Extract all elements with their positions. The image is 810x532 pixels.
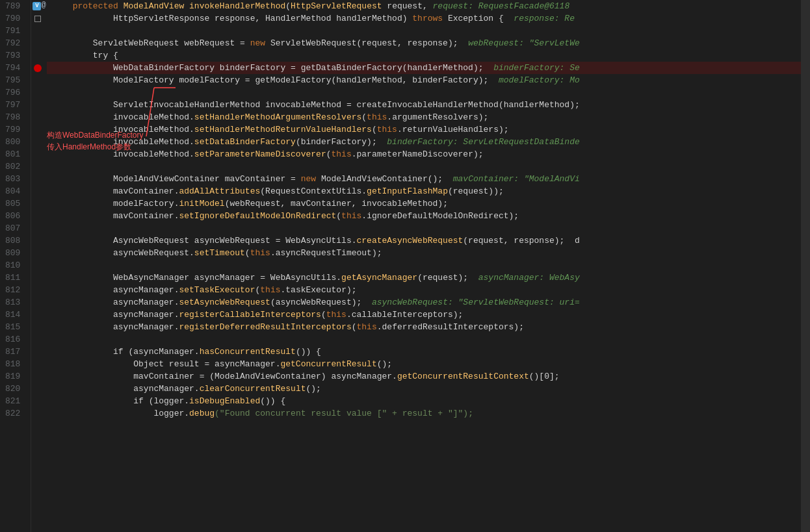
- token: initModel: [179, 199, 224, 209]
- token: AsyncWebRequest asyncWebRequest = WebAsy…: [52, 236, 356, 246]
- token: asyncWebRequest.: [52, 248, 194, 258]
- token: isDebugEnabled: [189, 396, 260, 406]
- token: invocableMethod.: [52, 112, 194, 122]
- line-number: 797: [3, 99, 25, 111]
- token: WebAsyncManager asyncManager = WebAsyncU…: [52, 273, 341, 283]
- code-line: ModelAndViewContainer mavContainer = new…: [47, 173, 801, 185]
- token: getConcurrentResultContext: [397, 372, 529, 381]
- token: setIgnoreDefaultModelOnRedirect: [179, 211, 336, 221]
- line-number: 794: [3, 62, 25, 74]
- token: if (logger.: [52, 396, 189, 406]
- token: Exception {: [448, 14, 514, 23]
- token: .taskExecutor);: [281, 285, 357, 295]
- token: .returnValueHandlers);: [397, 125, 509, 134]
- gutter-cell: [31, 185, 47, 197]
- code-line: [47, 25, 801, 37]
- line-number: 796: [3, 86, 25, 99]
- token: (RequestContextUtils.: [260, 186, 367, 196]
- line-number: 793: [3, 49, 25, 62]
- gutter-cell: [31, 284, 47, 296]
- token: clearConcurrentResult: [200, 384, 306, 394]
- token: (request);: [417, 273, 478, 283]
- line-number: 792: [3, 37, 25, 49]
- token: (: [361, 112, 367, 122]
- token: (request));: [448, 186, 504, 196]
- token: (: [285, 1, 291, 11]
- gutter-cell: [31, 296, 47, 309]
- gutter-cell: [31, 86, 47, 99]
- token: if (asyncManager.: [52, 347, 199, 357]
- code-line: [47, 222, 801, 234]
- gutter-cell: [31, 111, 47, 123]
- code-line: asyncManager.registerCallableInterceptor…: [47, 309, 801, 321]
- token: hasConcurrentResult: [200, 347, 296, 357]
- token: throws: [412, 14, 448, 23]
- line-number: 822: [3, 407, 25, 420]
- token: (binderFactory);: [296, 137, 387, 147]
- code-line: [47, 86, 801, 99]
- token: new: [250, 38, 270, 48]
- token: ServletWebRequest(request, response);: [270, 38, 468, 48]
- code-line: WebAsyncManager asyncManager = WebAsyncU…: [47, 272, 801, 284]
- line-number: 808: [3, 234, 25, 247]
- gutter-cell: [31, 173, 47, 185]
- token: .callableInterceptors);: [346, 310, 463, 320]
- token: .parameterNameDiscoverer);: [352, 149, 484, 159]
- code-editor: 7897907917927937947957967977987998008018…: [0, 0, 810, 532]
- token: this: [377, 125, 397, 134]
- token: addAllAttributes: [179, 186, 260, 196]
- code-line: mavContainer = (ModelAndViewContainer) a…: [47, 370, 801, 383]
- token: asyncManager.: [52, 285, 179, 295]
- token: asyncManager.: [52, 322, 179, 332]
- line-number: 809: [3, 247, 25, 259]
- token: setTimeout: [194, 248, 245, 258]
- code-line: [47, 160, 801, 173]
- token: protected: [73, 1, 124, 11]
- token: .ignoreDefaultModelOnRedirect);: [361, 211, 519, 221]
- token: WebDataBinderFactory binderFactory = get…: [52, 63, 493, 73]
- token: binderFactory: Se: [493, 63, 580, 73]
- token: (: [245, 248, 250, 258]
- token: ServletWebRequest webRequest =: [52, 38, 250, 48]
- code-line: mavContainer.setIgnoreDefaultModelOnRedi…: [47, 210, 801, 222]
- token: response: Re: [514, 14, 575, 23]
- scrollbar[interactable]: [801, 0, 810, 532]
- token: Object result = asyncManager.: [52, 359, 280, 369]
- token: registerDeferredResultInterceptors: [179, 322, 351, 332]
- gutter-cell: [31, 12, 47, 25]
- token: (: [372, 125, 377, 134]
- line-number: 803: [3, 173, 25, 185]
- token: setHandlerMethodArgumentResolvers: [194, 112, 361, 122]
- token: new: [301, 174, 321, 184]
- token: HttpServletRequest: [291, 1, 387, 11]
- gutter-cell: [31, 395, 47, 407]
- token: modelFactory.: [52, 199, 179, 209]
- gutter-cell: [31, 49, 47, 62]
- token: invocableMethod.: [52, 125, 194, 134]
- code-line: mavContainer.addAllAttributes(RequestCon…: [47, 185, 801, 197]
- gutter-cell: [31, 272, 47, 284]
- gutter-cell: [31, 148, 47, 160]
- line-number: 807: [3, 222, 25, 234]
- gutter-cell: [31, 346, 47, 358]
- line-number: 810: [3, 259, 25, 272]
- token: mavContainer: "ModelAndVi: [453, 174, 580, 184]
- token: webRequest: "ServLetWe: [468, 38, 580, 48]
- code-line: asyncManager.clearConcurrentResult();: [47, 383, 801, 395]
- token: setAsyncWebRequest: [179, 298, 270, 307]
- code-line: [47, 259, 801, 272]
- token: asyncManager.: [52, 298, 179, 307]
- gutter-cell: [31, 247, 47, 259]
- token: ServletInvocableHandlerMethod invocableM…: [52, 100, 579, 110]
- token: this: [357, 322, 377, 332]
- code-line: asyncManager.registerDeferredResultInter…: [47, 321, 801, 333]
- token: ()[0];: [529, 372, 560, 381]
- token: setParameterNameDiscoverer: [194, 149, 326, 159]
- line-number: 816: [3, 333, 25, 346]
- gutter-cell: [31, 25, 47, 37]
- code-line: invocableMethod.setDataBinderFactory(bin…: [47, 136, 801, 148]
- code-line: invocableMethod.setHandlerMethodReturnVa…: [47, 123, 801, 136]
- token: ModelFactory modelFactory = getModelFact…: [52, 75, 499, 85]
- gutter-cell: [31, 309, 47, 321]
- token: logger.: [52, 409, 189, 418]
